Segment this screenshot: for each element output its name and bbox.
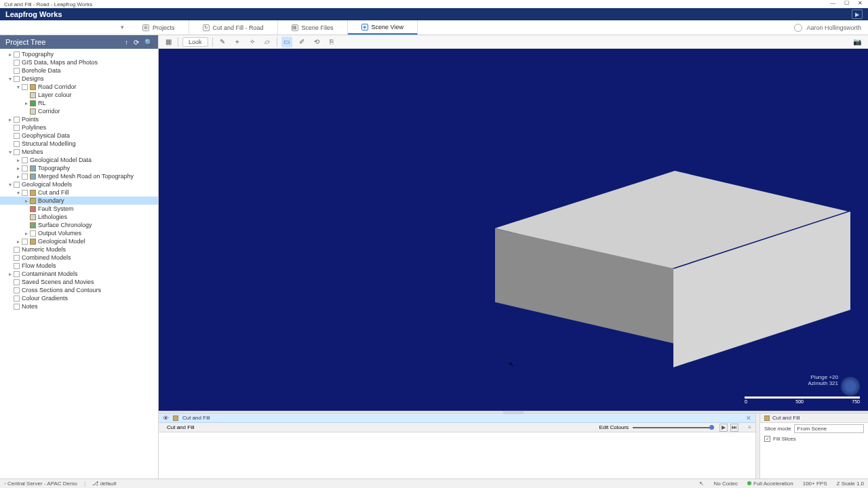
tree-flow[interactable]: Flow Models	[0, 262, 158, 270]
model-box[interactable]	[495, 171, 850, 374]
tab-projects[interactable]: ⊞ Projects	[129, 20, 189, 35]
edit-colours-button[interactable]: Edit Colours	[599, 424, 629, 430]
litho-icon	[30, 214, 36, 220]
tab-dropdown-icon[interactable]: ▾	[121, 24, 124, 30]
tree-geo-model-data[interactable]: ▸Geological Model Data	[0, 156, 158, 164]
user-menu[interactable]: Aaron Hollingsworth	[787, 20, 868, 35]
tree-combined[interactable]: Combined Models	[0, 253, 158, 262]
tree-fault[interactable]: Fault System	[0, 205, 158, 213]
collapse-icon[interactable]: ↑	[125, 39, 128, 46]
fill-slices-label: Fill Slices	[773, 436, 796, 442]
tree-litho[interactable]: Lithologies	[0, 213, 158, 221]
tree-merged[interactable]: ▸Merged Mesh Road on Topography	[0, 172, 158, 180]
bounds-icon[interactable]: ▦	[163, 37, 174, 47]
tab-scene-files[interactable]: ▤ Scene Files	[278, 20, 348, 35]
camera-icon[interactable]: 📷	[852, 37, 863, 47]
opacity-slider[interactable]	[633, 427, 714, 428]
pointer-mode-icon[interactable]: ↖	[699, 481, 704, 487]
tree-geo-models[interactable]: ▾Geological Models	[0, 180, 158, 188]
tool-move-icon[interactable]: ✧	[247, 37, 258, 47]
tree-rl[interactable]: ▸RL	[0, 99, 158, 107]
visibility-icon[interactable]: 👁	[163, 415, 169, 422]
cube-icon	[764, 415, 770, 421]
tree-numeric[interactable]: Numeric Models	[0, 245, 158, 253]
tree-designs[interactable]: ▾Designs	[0, 75, 158, 83]
fill-slices-checkbox[interactable]: ✓	[764, 436, 770, 442]
files-icon: ▤	[292, 24, 298, 31]
horizontal-splitter[interactable]	[159, 411, 868, 413]
tree-cut-fill[interactable]: ▾Cut and Fill	[0, 188, 158, 197]
server-status[interactable]: ◦ Central Server - APAC Demo	[4, 481, 77, 487]
window-minimize[interactable]: —	[826, 0, 840, 8]
tool-ruler-icon[interactable]: ▭	[281, 37, 292, 47]
tree-struct[interactable]: Structural Modelling	[0, 140, 158, 148]
tree-colour-grad[interactable]: Colour Gradients	[0, 294, 158, 302]
tree-geophys[interactable]: Geophysical Data	[0, 131, 158, 140]
tree-points[interactable]: ▸Points	[0, 115, 158, 123]
tree-chrono[interactable]: Surface Chronology	[0, 221, 158, 229]
view-toolbar: ▦ Look ✎ ⌖ ✧ ▱ ▭ ✐ ⟲ ⎘ 📷	[159, 35, 868, 49]
tool-edit-icon[interactable]: ✐	[296, 37, 307, 47]
layer-icon	[30, 92, 36, 98]
tree-polylines[interactable]: Polylines	[0, 123, 158, 131]
compass-icon[interactable]	[841, 377, 860, 396]
slice-mode-select[interactable]: From Scene	[794, 424, 864, 433]
tool-rotate-icon[interactable]: ⟲	[311, 37, 322, 47]
tool-tag-icon[interactable]: ⎘	[326, 37, 337, 47]
window-title: Cut and Fill - Road - Leapfrog Works	[4, 1, 92, 7]
tool-draw-icon[interactable]: ⌖	[232, 37, 243, 47]
tree-boundary[interactable]: ▸Boundary	[0, 197, 158, 205]
props-title: Cut and Fill	[772, 415, 800, 421]
tree-cross[interactable]: Cross Sections and Contours	[0, 286, 158, 294]
play-icon[interactable]: ▶	[852, 9, 863, 19]
boundary-icon	[30, 198, 36, 204]
tree-corridor[interactable]: Corridor	[0, 107, 158, 115]
scene-icon: ◈	[361, 24, 368, 30]
3d-viewport[interactable]: Elev (Z) ↖ Plunge +20 Azimuth 321 0 500 …	[159, 49, 868, 411]
fps-status: 100+ FPS	[803, 481, 827, 487]
tree-borehole[interactable]: Borehole Data	[0, 66, 158, 75]
tab-document[interactable]: ↻ Cut and Fill - Road	[189, 20, 278, 35]
projects-icon: ⊞	[142, 24, 149, 31]
tree-contam[interactable]: ▸Contaminant Models	[0, 270, 158, 278]
tree-saved[interactable]: Saved Scenes and Movies	[0, 278, 158, 286]
window-close[interactable]: ✕	[853, 0, 867, 8]
cursor-icon: ↖	[509, 361, 514, 368]
remove-icon[interactable]: ✕	[746, 415, 751, 422]
tree-outvol[interactable]: ▸Output Volumes	[0, 229, 158, 237]
tool-select-icon[interactable]: ✎	[217, 37, 228, 47]
tab-scene-view[interactable]: ◈ Scene View	[348, 20, 418, 35]
project-tree[interactable]: ▸Topography GIS Data, Maps and Photos Bo…	[0, 49, 158, 479]
branch-status[interactable]: ⎇ default	[92, 481, 116, 487]
tree-geo-model2[interactable]: ▸Geological Model	[0, 237, 158, 245]
menu-icon[interactable]: ≡	[748, 424, 751, 430]
slice-mode-label: Slice mode	[764, 426, 791, 432]
model-icon	[30, 190, 36, 196]
sidebar-header: Project Tree ↑ ⟳ 🔍	[0, 35, 158, 49]
object-name: Cut and Fill	[167, 424, 194, 430]
step-icon[interactable]: ⏭	[730, 424, 738, 432]
mesh-icon	[30, 165, 36, 171]
scene-object-controls: Cut and Fill Edit Colours ▶ ⏭ ≡	[159, 423, 755, 432]
search-icon[interactable]: 🔍	[144, 39, 153, 46]
tree-meshes[interactable]: ▾Meshes	[0, 148, 158, 156]
tree-road-corridor[interactable]: ▾Road Corridor	[0, 83, 158, 91]
app-header: Leapfrog Works ▶	[0, 8, 868, 20]
tabstrip: ▾ ⊞ Projects ↻ Cut and Fill - Road ▤ Sce…	[0, 20, 868, 35]
tool-plane-icon[interactable]: ▱	[262, 37, 273, 47]
play-icon[interactable]: ▶	[719, 424, 728, 432]
look-dropdown[interactable]: Look	[182, 37, 208, 47]
model-icon	[30, 239, 36, 245]
tree-notes[interactable]: Notes	[0, 302, 158, 310]
tree-layer-colour[interactable]: Layer colour	[0, 91, 158, 99]
tree-gis[interactable]: GIS Data, Maps and Photos	[0, 58, 158, 66]
tree-topography[interactable]: ▸Topography	[0, 50, 158, 58]
scene-object-row[interactable]: 👁 Cut and Fill ✕	[159, 413, 755, 423]
os-titlebar: Cut and Fill - Road - Leapfrog Works — ☐…	[0, 0, 868, 8]
mesh-icon	[30, 174, 36, 180]
window-maximize[interactable]: ☐	[840, 0, 853, 8]
zscale-status[interactable]: Z Scale 1.0	[837, 481, 864, 487]
refresh-tree-icon[interactable]: ⟳	[134, 39, 139, 46]
tree-mesh-topo[interactable]: ▸Topography	[0, 164, 158, 172]
app-title: Leapfrog Works	[5, 10, 62, 18]
